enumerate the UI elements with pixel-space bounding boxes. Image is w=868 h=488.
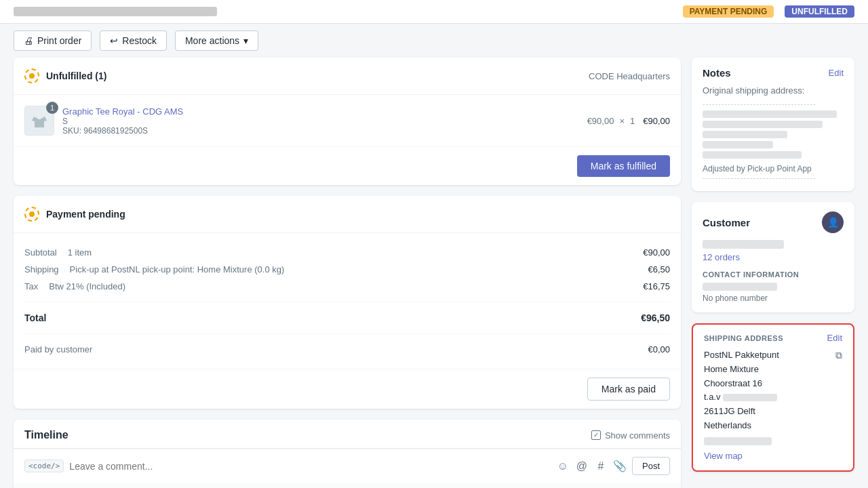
customer-header: Customer 👤 — [692, 202, 854, 240]
tax-value: €16,75 — [643, 281, 670, 291]
unfulfilled-footer: Mark as fulfilled — [14, 146, 681, 185]
printer-icon: 🖨 — [24, 35, 33, 46]
timeline-header: Timeline ✓ Show comments — [14, 420, 681, 448]
product-quantity-badge: 1 — [46, 102, 58, 114]
hashtag-icon[interactable]: # — [594, 460, 608, 473]
total-row: Total €96,50 — [24, 309, 670, 327]
notes-header: Notes Edit — [692, 58, 854, 85]
address-line-blurred-1 — [703, 110, 837, 118]
left-column: Unfulfilled (1) CODE Headquarters 1 — [14, 58, 681, 488]
shipping-value: €6,50 — [648, 264, 670, 274]
unfulfilled-body: 1 Graphic Tee Royal - CDG AMS S SKU: 964… — [14, 95, 681, 146]
tshirt-icon — [30, 111, 49, 130]
payment-divider — [24, 302, 670, 302]
main-layout: Unfulfilled (1) CODE Headquarters 1 — [0, 58, 868, 488]
view-map-link[interactable]: View map — [704, 451, 743, 461]
addr-line2: Home Mixture — [704, 364, 759, 374]
notes-edit-link[interactable]: Edit — [829, 68, 844, 78]
chevron-down-icon: ▾ — [243, 35, 248, 46]
shipping-edit-link[interactable]: Edit — [827, 333, 842, 343]
attachment-icon[interactable]: 📎 — [613, 460, 627, 473]
address-line-blurred-4 — [703, 141, 773, 148]
payment-status-icon — [24, 207, 39, 222]
print-order-button[interactable]: 🖨 Print order — [14, 30, 92, 51]
mark-paid-button[interactable]: Mark as paid — [587, 378, 670, 401]
customer-avatar: 👤 — [822, 211, 844, 233]
customer-body: 12 orders CONTACT INFORMATION No phone n… — [692, 240, 854, 312]
comment-area: <code/> ☺ @ # 📎 Post — [14, 448, 681, 483]
tax-row: Tax Btw 21% (Included) €16,75 — [24, 278, 670, 295]
no-phone-text: No phone number — [703, 293, 844, 303]
addr-tav: t.a.v — [704, 392, 777, 402]
product-sku: SKU: 9649868192500S — [62, 126, 579, 136]
notes-dashes-2: ------------------------------------ — [703, 174, 844, 182]
paid-label: Paid by customer — [24, 344, 92, 354]
product-name[interactable]: Graphic Tee Royal - CDG AMS — [62, 106, 579, 117]
unfulfilled-status-icon — [24, 68, 39, 83]
show-comments-toggle[interactable]: ✓ Show comments — [591, 430, 670, 441]
subtotal-value: €90,00 — [643, 247, 670, 258]
payment-title: Payment pending — [46, 209, 125, 220]
timeline-card: Timeline ✓ Show comments <code/> ☺ @ # 📎 — [14, 420, 681, 488]
shipping-detail: Pick-up at PostNL pick-up point: Home Mi… — [59, 264, 648, 274]
product-variant: S — [62, 117, 579, 126]
payment-card: Payment pending Subtotal 1 item €90,00 S… — [14, 196, 681, 409]
fulfillment-status-badge: UNFULFILLED — [785, 5, 854, 18]
tax-label: Tax — [24, 281, 38, 291]
show-comments-label: Show comments — [605, 430, 670, 441]
addr-line3: Choorstraat 16 — [704, 378, 762, 388]
notes-dashes-1: ------------------------------------ — [703, 100, 844, 108]
paid-row: Paid by customer €0,00 — [24, 341, 670, 358]
customer-orders-link[interactable]: 12 orders — [703, 252, 740, 262]
emoji-icon[interactable]: ☺ — [556, 460, 570, 473]
avatar-initials: 👤 — [827, 217, 839, 228]
shipping-label: Shipping — [24, 264, 59, 274]
shipping-row: Shipping Pick-up at PostNL pick-up point… — [24, 261, 670, 278]
payment-body: Subtotal 1 item €90,00 Shipping Pick-up … — [14, 233, 681, 369]
subtotal-label: Subtotal — [24, 247, 57, 258]
unfulfilled-location: CODE Headquarters — [589, 71, 670, 81]
order-breadcrumb — [14, 7, 672, 16]
total-value: €96,50 — [641, 312, 670, 323]
show-comments-checkbox[interactable]: ✓ — [591, 430, 601, 440]
mark-fulfilled-button[interactable]: Mark as fulfilled — [577, 155, 670, 177]
notes-title: Notes — [703, 67, 731, 79]
top-bar: PAYMENT PENDING UNFULFILLED — [0, 0, 868, 24]
customer-name-blurred — [703, 240, 784, 249]
more-actions-button[interactable]: More actions ▾ — [175, 30, 258, 51]
notes-card: Notes Edit Original shipping address: --… — [692, 58, 854, 191]
post-button[interactable]: Post — [632, 457, 670, 475]
addr-extra-blurred — [704, 437, 772, 445]
contact-blurred — [703, 283, 777, 291]
paid-divider — [24, 333, 670, 334]
shipping-addr-row: PostNL Pakketpunt Home Mixture Choorstra… — [704, 348, 842, 433]
addr-name-blurred — [723, 394, 777, 401]
shipping-address-body: PostNL Pakketpunt Home Mixture Choorstra… — [693, 348, 853, 470]
addr-line5: 2611JG Delft — [704, 406, 755, 416]
action-bar: 🖨 Print order ↩ Restock More actions ▾ — [0, 24, 868, 58]
comment-icons: ☺ @ # 📎 — [556, 460, 627, 473]
order-title-blurred — [14, 7, 217, 16]
total-label: Total — [24, 312, 46, 323]
comment-input[interactable] — [69, 461, 551, 472]
notes-body: Original shipping address: -------------… — [692, 85, 854, 191]
mention-icon[interactable]: @ — [575, 460, 589, 473]
product-quantity: 1 — [630, 116, 635, 126]
address-line-blurred-2 — [703, 121, 823, 128]
multiply-symbol: × — [619, 116, 625, 126]
shipping-address-card: SHIPPING ADDRESS Edit PostNL Pakketpunt … — [692, 323, 854, 472]
paid-value: €0,00 — [648, 344, 670, 354]
shipping-address-header: SHIPPING ADDRESS Edit — [693, 325, 853, 348]
copy-address-icon[interactable]: ⧉ — [835, 350, 842, 361]
customer-card: Customer 👤 12 orders CONTACT INFORMATION… — [692, 202, 854, 312]
restock-button[interactable]: ↩ Restock — [100, 30, 167, 51]
addr-line6: Netherlands — [704, 420, 751, 430]
restock-icon: ↩ — [110, 35, 118, 46]
product-total: €90,00 — [643, 116, 670, 126]
product-row: 1 Graphic Tee Royal - CDG AMS S SKU: 964… — [24, 106, 670, 136]
contact-info-label: CONTACT INFORMATION — [703, 270, 844, 279]
timeline-title: Timeline — [24, 429, 68, 441]
right-column: Notes Edit Original shipping address: --… — [692, 58, 854, 472]
unfulfilled-header-left: Unfulfilled (1) — [24, 68, 106, 83]
unfulfilled-header: Unfulfilled (1) CODE Headquarters — [14, 58, 681, 95]
